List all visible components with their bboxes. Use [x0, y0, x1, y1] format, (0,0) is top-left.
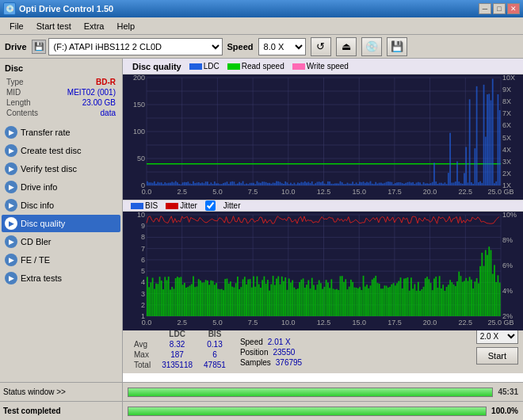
- sidebar-btn-cd-bler[interactable]: ▶ CD Bler: [2, 233, 120, 250]
- read-legend-label: Read speed: [242, 62, 284, 71]
- disc-section-label: Disc: [2, 62, 120, 74]
- fe-te-icon: ▶: [5, 254, 17, 266]
- upper-chart-section: Disc quality LDC Read speed Write speed: [123, 59, 523, 200]
- drivebar: Drive 💾 (F:) ATAPI iHBS112 2 CL0D Speed …: [0, 35, 523, 59]
- test-speed-select[interactable]: 2.0 X: [476, 328, 518, 344]
- disc-info-table: Type BD-R MID MEIT02 (001) Length 23.00 …: [2, 75, 120, 119]
- progress-bar: [128, 388, 493, 397]
- sidebar-btn-transfer-rate[interactable]: ▶ Transfer rate: [2, 124, 120, 141]
- app-title: Opti Drive Control 1.50: [19, 4, 113, 13]
- status-window-label: Status window >>: [3, 388, 66, 396]
- avg-label: Avg: [129, 340, 155, 349]
- total-bis: 47851: [199, 361, 231, 369]
- create-test-disc-icon: ▶: [5, 144, 17, 157]
- ldc-legend-label: LDC: [204, 62, 220, 71]
- status-right: 45:31: [123, 383, 523, 401]
- completion-label: Test completed: [0, 402, 123, 420]
- disc-type-value: BD-R: [51, 78, 116, 86]
- samples-label: Samples: [240, 358, 271, 367]
- menu-help[interactable]: Help: [110, 20, 141, 32]
- sidebar-btn-drive-info[interactable]: ▶ Drive info: [2, 178, 120, 196]
- lower-chart-section: BIS Jitter Jitter: [123, 200, 523, 325]
- close-button[interactable]: ✕: [507, 3, 520, 14]
- sidebar-btn-disc-info[interactable]: ▶ Disc info: [2, 197, 120, 214]
- sidebar-btn-disc-quality[interactable]: ▶ Disc quality: [2, 215, 120, 232]
- sidebar-btn-verify-test-disc[interactable]: ▶ Verify test disc: [2, 160, 120, 178]
- verify-test-disc-icon: ▶: [5, 162, 17, 175]
- speed-row: Speed 2.01 X: [240, 338, 468, 346]
- samples-value: 376795: [276, 358, 302, 367]
- menu-start-test[interactable]: Start test: [30, 20, 78, 32]
- refresh-button[interactable]: ↺: [311, 37, 331, 56]
- stats-table: LDC BIS Avg 8.32 0.13 Max 187 6: [128, 328, 232, 371]
- col-ldc: LDC: [157, 330, 197, 338]
- time-display: 45:31: [498, 388, 518, 396]
- speed-select[interactable]: 8.0 X: [258, 38, 306, 55]
- menu-file[interactable]: File: [3, 20, 30, 32]
- drive-label: Drive: [5, 42, 27, 52]
- disc-button[interactable]: 💿: [361, 37, 382, 56]
- upper-chart-header: Disc quality LDC Read speed Write speed: [123, 59, 523, 74]
- status-left: Status window >>: [0, 383, 123, 401]
- max-bis: 6: [199, 350, 231, 359]
- jitter-legend-color: [166, 203, 178, 209]
- sidebar-btn-create-test-disc[interactable]: ▶ Create test disc: [2, 142, 120, 159]
- eject-button[interactable]: ⏏: [336, 37, 357, 56]
- max-label: Max: [129, 350, 155, 359]
- disc-contents-label: Contents: [6, 109, 49, 117]
- menu-extra[interactable]: Extra: [78, 20, 111, 32]
- chart-title: Disc quality: [132, 62, 181, 71]
- disc-quality-icon: ▶: [5, 217, 17, 230]
- sidebar-btn-fe-te[interactable]: ▶ FE / TE: [2, 251, 120, 269]
- samples-row: Samples 376795: [240, 358, 468, 367]
- app-icon: 💿: [3, 2, 16, 15]
- bis-legend-label: BIS: [145, 201, 158, 210]
- maximize-button[interactable]: □: [493, 3, 506, 14]
- jitter-checkbox[interactable]: [205, 200, 216, 211]
- completion-pct: 100.0%: [491, 407, 518, 415]
- progress-bar-fill: [128, 388, 492, 396]
- disc-length-label: Length: [6, 98, 49, 107]
- write-legend-color: [292, 63, 305, 70]
- lower-chart-area: [123, 212, 523, 330]
- position-row: Position 23550: [240, 348, 468, 357]
- lower-chart-header: BIS Jitter Jitter: [123, 200, 523, 212]
- speed-value: 2.01 X: [268, 338, 291, 346]
- cd-bler-icon: ▶: [5, 235, 17, 248]
- speed-label: Speed: [227, 42, 254, 52]
- save-button[interactable]: 💾: [387, 37, 407, 56]
- titlebar: 💿 Opti Drive Control 1.50 ─ □ ✕: [0, 0, 523, 17]
- chart-legend-upper: LDC Read speed Write speed: [189, 62, 349, 71]
- total-label: Total: [129, 361, 155, 369]
- disc-type-label: Type: [6, 78, 49, 86]
- minimize-button[interactable]: ─: [479, 3, 491, 14]
- drive-icon: 💾: [32, 40, 46, 54]
- status-window-button[interactable]: Status window >>: [3, 388, 119, 396]
- disc-info-icon: ▶: [5, 199, 17, 212]
- completion-progress-bar: [128, 407, 487, 416]
- start-button[interactable]: Start: [476, 347, 518, 365]
- jitter-legend-label: Jitter: [180, 201, 197, 210]
- ldc-legend-color: [189, 63, 202, 70]
- jitter-checkbox-label: Jitter: [223, 201, 241, 210]
- menubar: File Start test Extra Help: [0, 17, 523, 35]
- position-label: Position: [240, 348, 269, 357]
- completion-right: 100.0%: [123, 407, 523, 416]
- write-legend-label: Write speed: [307, 62, 349, 71]
- sidebar: Disc Type BD-R MID MEIT02 (001) Length 2…: [0, 59, 123, 382]
- disc-mid-label: MID: [6, 88, 49, 97]
- main-layout: Disc Type BD-R MID MEIT02 (001) Length 2…: [0, 59, 523, 382]
- disc-contents-value: data: [51, 109, 116, 117]
- completion-progress-fill: [128, 407, 486, 415]
- drive-info-icon: ▶: [5, 181, 17, 193]
- bis-legend-color: [131, 203, 143, 209]
- lower-chart-canvas: [123, 212, 523, 330]
- drive-select[interactable]: (F:) ATAPI iHBS112 2 CL0D: [48, 38, 223, 55]
- speed-info-area: Speed 2.01 X Position 23550 Samples 3767…: [240, 328, 468, 367]
- disc-length-value: 23.00 GB: [51, 98, 116, 107]
- completionbar: Test completed 100.0%: [0, 401, 523, 420]
- sidebar-btn-extra-tests[interactable]: ▶ Extra tests: [2, 269, 120, 287]
- upper-chart-canvas: [123, 74, 523, 200]
- statusbar: Status window >> 45:31: [0, 382, 523, 401]
- speed-label: Speed: [240, 338, 263, 346]
